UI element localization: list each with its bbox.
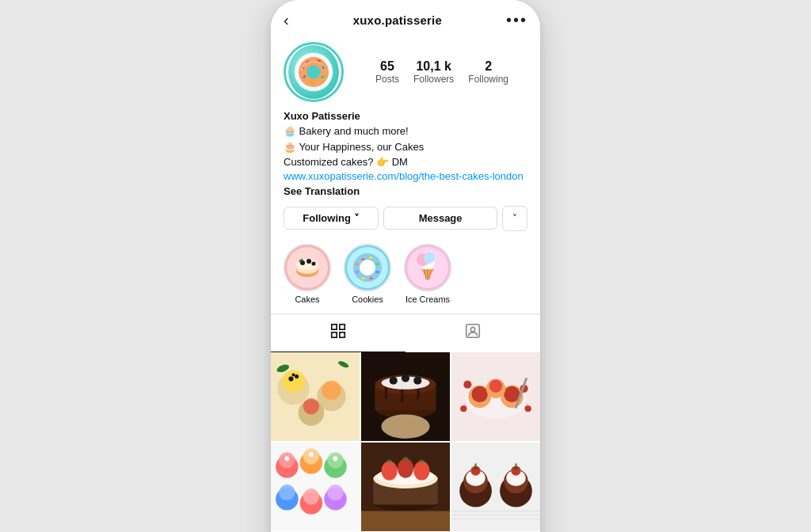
svg-point-16 [312,261,316,265]
svg-point-72 [489,379,502,392]
svg-point-75 [460,405,466,412]
posts-count: 65 [380,59,394,74]
svg-point-99 [381,461,397,480]
following-button[interactable]: Following ˅ [284,207,379,230]
highlight-cakes[interactable]: Cakes [284,244,331,304]
following-label: Following [303,212,351,224]
highlight-icecreams[interactable]: Ice Creams [404,244,451,304]
photo-grid [271,352,540,533]
tab-tagged[interactable] [406,314,540,352]
message-button[interactable]: Message [383,207,497,230]
svg-rect-24 [375,271,379,273]
svg-rect-115 [515,463,516,469]
see-translation-button[interactable]: See Translation [284,185,360,197]
highlight-cookies-circle [344,244,391,291]
avatar[interactable] [284,42,344,102]
svg-rect-40 [340,332,345,336]
grid-photo-2[interactable] [361,352,450,441]
followers-label: Followers [413,74,454,85]
svg-rect-26 [361,277,365,279]
avatar-image [288,45,339,99]
photo-1-image [271,352,360,441]
followers-count: 10,1 k [416,59,451,74]
person-tag-icon [464,322,482,344]
svg-point-15 [307,259,311,264]
highlight-cookies-label: Cookies [352,294,383,304]
following-label: Following [468,74,508,85]
bio-line-1: 🧁 Bakery and much more! [284,124,527,139]
grid-icon [329,322,347,344]
posts-stat[interactable]: 65 Posts [375,59,399,85]
bio-line-3: Customized cakes? 👉 DM [284,154,527,170]
svg-point-52 [288,376,293,381]
svg-point-92 [309,452,314,457]
svg-point-42 [470,327,475,332]
grid-photo-3[interactable] [451,352,540,441]
svg-rect-27 [355,271,359,273]
following-stat[interactable]: 2 Following [468,59,508,85]
profile-header: ‹ xuxo.patisserie ••• [271,0,540,36]
grid-photo-4[interactable] [271,443,360,531]
bio-line-2: 🎂 Your Happiness, our Cakes [284,139,527,155]
svg-point-91 [284,456,289,461]
svg-point-49 [303,398,319,414]
svg-point-54 [291,373,295,376]
cookies-highlight-image [345,245,390,290]
profile-section: 65 Posts 10,1 k Followers 2 Following Xu… [271,36,540,231]
followers-stat[interactable]: 10,1 k Followers [413,59,454,85]
svg-rect-102 [361,511,450,530]
grid-photo-6[interactable] [451,443,540,531]
svg-point-68 [471,386,487,401]
tab-grid[interactable] [271,314,406,352]
svg-point-2 [307,65,320,78]
cakes-highlight-image [285,245,329,290]
svg-rect-109 [475,463,477,469]
back-button[interactable]: ‹ [284,11,289,29]
photo-2-image [361,352,450,441]
photo-4-image [271,443,360,531]
svg-point-20 [360,260,375,276]
svg-rect-25 [369,277,373,279]
dropdown-button[interactable]: ˅ [502,206,527,231]
highlight-cookies[interactable]: Cookies [344,244,391,304]
chevron-down-icon: ˅ [512,213,517,224]
svg-point-93 [333,456,337,461]
svg-point-73 [463,380,471,388]
svg-point-101 [413,461,429,480]
svg-rect-38 [340,324,345,329]
grid-photo-1[interactable] [271,352,360,441]
svg-point-47 [322,380,341,399]
photo-3-image [451,352,540,441]
photo-5-image [361,443,450,531]
svg-rect-28 [355,263,359,265]
profile-top-row: 65 Posts 10,1 k Followers 2 Following [284,42,527,102]
svg-point-88 [303,488,319,504]
svg-point-86 [279,484,295,500]
svg-rect-37 [332,324,337,329]
more-options-button[interactable]: ••• [506,11,527,29]
bio-link[interactable]: www.xuxopatisserie.com/blog/the-best-cak… [284,170,527,182]
grid-photo-5[interactable] [361,443,450,531]
svg-point-61 [390,376,398,384]
svg-point-32 [424,253,435,264]
highlight-cakes-circle [284,244,331,291]
photo-6-image [451,443,540,531]
svg-point-76 [525,405,531,412]
donut-icon [293,51,334,93]
tabs-bar [271,314,540,352]
icecreams-highlight-image [406,245,450,290]
svg-rect-39 [332,332,337,336]
svg-point-62 [402,374,409,382]
svg-rect-21 [361,258,365,260]
svg-point-53 [295,374,299,378]
highlights-row: Cakes [271,241,540,314]
highlight-cakes-label: Cakes [295,294,319,304]
svg-point-59 [381,414,429,439]
svg-point-63 [413,376,421,384]
profile-username-header: xuxo.patisserie [353,13,442,27]
posts-label: Posts [375,74,399,85]
svg-rect-22 [369,256,373,259]
svg-point-90 [327,484,343,500]
svg-point-100 [398,458,413,477]
stats-row: 65 Posts 10,1 k Followers 2 Following [356,59,527,85]
